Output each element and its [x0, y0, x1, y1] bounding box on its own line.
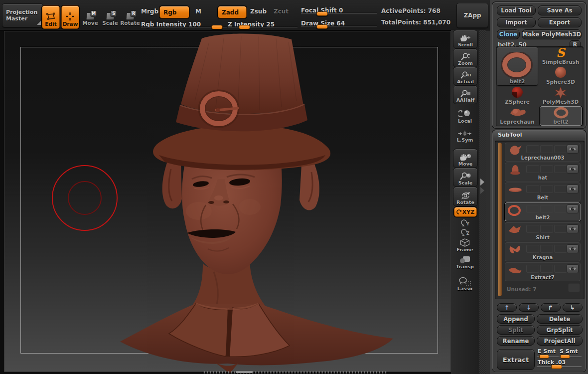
rgb-intensity-slider[interactable]: Rgb Intensity 100: [141, 19, 227, 28]
rotate-button[interactable]: R Rotate: [121, 6, 139, 26]
rgb-intensity-handle[interactable]: [211, 25, 223, 29]
mrgb-button[interactable]: Mrgb: [141, 8, 158, 15]
append-button[interactable]: Append: [497, 314, 535, 324]
subtool-header[interactable]: SubTool: [493, 131, 586, 139]
frame-button[interactable]: Frame: [453, 238, 477, 252]
subtool-move-down-list-button[interactable]: ↳: [563, 303, 583, 312]
actual-button[interactable]: x1 Actual: [453, 67, 478, 86]
m-button[interactable]: M: [195, 8, 201, 15]
delete-button[interactable]: Delete: [537, 314, 583, 324]
thick-handle[interactable]: [551, 365, 562, 369]
aahalf-button[interactable]: AAHalf: [453, 85, 478, 104]
tool-thumb-polymesh3d[interactable]: PolyMesh3D: [540, 86, 582, 105]
tool-thumb-leprechaun[interactable]: Leprechaun: [497, 106, 538, 125]
tool-thumb-belt2-large[interactable]: belt2: [497, 47, 538, 85]
panel-divider[interactable]: [479, 30, 486, 374]
tool-thumb-belt2-small[interactable]: belt2: [540, 106, 582, 126]
subtool-up-button[interactable]: ↑: [497, 303, 517, 312]
subtool-down-button[interactable]: ↓: [519, 303, 539, 312]
xyz-button[interactable]: XYZ: [454, 207, 477, 217]
visibility-eye-icon[interactable]: [567, 185, 579, 193]
subtool-row-extract7[interactable]: Extract7: [505, 262, 581, 281]
export-button[interactable]: Export: [538, 17, 582, 27]
document-canvas[interactable]: [4, 31, 451, 372]
zadd-button[interactable]: Zadd: [218, 6, 247, 18]
extract7-thumb-icon: [507, 264, 524, 276]
rename-button[interactable]: Rename: [497, 336, 535, 346]
grpsplit-button[interactable]: GrpSplit: [537, 325, 583, 335]
z-rotate-button[interactable]: Z: [453, 227, 477, 236]
subtool-row-kragna[interactable]: Kragna: [505, 242, 581, 261]
focal-shift-slider[interactable]: Focal Shift 0: [301, 5, 377, 14]
leprechaun003-thumb-icon: [507, 144, 524, 156]
move-tool-button[interactable]: Move: [453, 149, 478, 168]
import-button[interactable]: Import: [497, 17, 536, 27]
transp-button[interactable]: Transp: [453, 254, 477, 269]
lasso-button[interactable]: Lasso: [453, 275, 477, 291]
s-smt-handle[interactable]: [560, 355, 570, 359]
z-intensity-handle[interactable]: [239, 25, 250, 29]
scroll-button[interactable]: Scroll: [453, 30, 478, 49]
extract-button[interactable]: Extract: [497, 349, 535, 370]
z-intensity-slider[interactable]: Z Intensity 25: [228, 19, 297, 28]
focal-shift-handle[interactable]: [316, 11, 328, 16]
zapp-button[interactable]: ZApp: [456, 3, 488, 28]
e-smt-slider[interactable]: E Smt: [538, 348, 556, 355]
e-smt-handle[interactable]: [539, 355, 549, 359]
subtool-row-shirt[interactable]: Shirt: [505, 222, 581, 241]
save-as-button[interactable]: Save As: [538, 5, 582, 15]
visibility-eye-icon[interactable]: [567, 204, 579, 213]
move-label: Move: [82, 20, 98, 26]
y-rotate-button[interactable]: Y: [453, 218, 477, 226]
visibility-eye-icon[interactable]: [567, 244, 579, 253]
lsym-button[interactable]: L.Sym: [453, 127, 477, 143]
zcut-button[interactable]: Zcut: [274, 8, 289, 15]
y-rotate-icon: Y: [459, 219, 470, 226]
aahalf-label: AAHalf: [456, 97, 474, 103]
subtool-row-belt2[interactable]: belt2: [505, 202, 581, 221]
projectall-button[interactable]: ProjectAll: [537, 336, 583, 346]
tool-thumb-simplebrush[interactable]: S SimpleBrush: [540, 47, 582, 65]
draw-size-handle[interactable]: [316, 24, 328, 29]
load-tool-button[interactable]: Load Tool: [497, 5, 536, 15]
subtool-scrollbar[interactable]: [498, 143, 502, 296]
subtool-row-hat[interactable]: hat: [505, 163, 581, 182]
edit-button[interactable]: Edit: [42, 5, 60, 29]
s-smt-slider[interactable]: S Smt: [560, 348, 578, 355]
move-button[interactable]: M Move: [81, 6, 99, 26]
rgb-button[interactable]: Rgb: [159, 6, 189, 18]
make-polymesh3d-button[interactable]: Make PolyMesh3D: [522, 29, 582, 39]
visibility-eye-icon[interactable]: [567, 165, 579, 174]
bottom-tray-divider[interactable]: [203, 371, 388, 374]
scale-button[interactable]: S Scale: [101, 6, 119, 26]
active-points-readout: ActivePoints: 768: [381, 7, 441, 14]
visibility-eye-icon[interactable]: [567, 264, 579, 273]
simplebrush-icon: S: [556, 45, 565, 60]
belt2-small-label: belt2: [540, 119, 582, 125]
right-shelf-toolbar: Scroll Zoom x1 Actual AAHalf Local L.Sym…: [451, 30, 479, 374]
subtool-row-belt[interactable]: Belt: [505, 183, 581, 201]
divider-collapse-arrow-icon[interactable]: [480, 179, 484, 186]
zsub-button[interactable]: Zsub: [250, 8, 267, 15]
visibility-eye-icon[interactable]: [567, 224, 579, 233]
scroll-hand-icon: [460, 34, 471, 42]
draw-size-slider[interactable]: Draw Size 64: [301, 18, 377, 27]
scale-tool-button[interactable]: Scale: [453, 168, 478, 187]
clone-button[interactable]: Clone: [497, 29, 520, 39]
tray-divider-handle[interactable]: [236, 371, 253, 373]
local-button[interactable]: Local: [453, 106, 477, 124]
rotate-tool-button[interactable]: Rotate: [453, 187, 478, 206]
visibility-eye-icon[interactable]: [567, 145, 579, 154]
move-icon: M: [86, 12, 95, 20]
subtool-row-leprechaun003[interactable]: Leprechaun003: [505, 143, 581, 162]
tool-thumb-sphere3d[interactable]: Sphere3D: [540, 66, 582, 85]
zoom-button[interactable]: Zoom: [453, 48, 478, 67]
projection-master-button[interactable]: Projection Master: [2, 3, 43, 27]
zapp-label: ZApp: [463, 12, 481, 19]
subtool-move-up-list-button[interactable]: ↱: [541, 303, 561, 312]
draw-button[interactable]: Draw: [61, 5, 79, 29]
tool-thumb-zsphere[interactable]: ZSphere: [497, 86, 538, 105]
move-tool-label: Move: [458, 161, 473, 167]
split-button[interactable]: Split: [497, 325, 535, 335]
corner-triangle-icon: [37, 21, 41, 25]
